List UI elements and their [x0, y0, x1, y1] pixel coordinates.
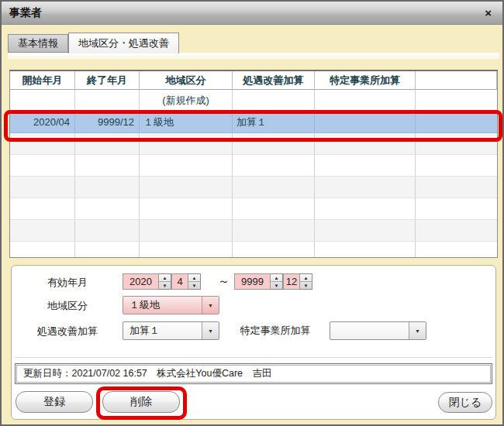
chevron-down-icon[interactable]: ▼: [409, 322, 426, 339]
cell-blank: [315, 177, 416, 198]
cell-blank: [416, 242, 497, 258]
tab-bar: 基本情報 地域区分・処遇改善: [8, 33, 179, 53]
table-row-empty[interactable]: [10, 155, 497, 177]
register-button[interactable]: 登録: [16, 391, 93, 413]
edit-panel: 有効年月 2020 ▲ ▼ 4 ▲ ▼ ～ 9999 ▲ ▼ 12 ▲ ▼: [11, 265, 496, 420]
cell-blank: [75, 133, 140, 155]
cell-treatment[interactable]: [233, 90, 315, 112]
end-month-input[interactable]: 12: [283, 273, 300, 290]
spinner-down-icon[interactable]: ▼: [271, 282, 282, 289]
column-header-specific-office[interactable]: 特定事業所加算: [315, 71, 416, 90]
business-operator-dialog: 事業者 × 基本情報 地域区分・処遇改善 開始年月 終了年月 地域区分 処遇改善…: [0, 0, 504, 426]
cell-region[interactable]: １級地: [140, 112, 233, 133]
end-year-input[interactable]: 9999: [234, 273, 271, 290]
cell-blank: [10, 155, 75, 177]
close-icon[interactable]: ×: [482, 6, 495, 19]
table-row-empty[interactable]: [10, 177, 497, 198]
cell-blank: [10, 220, 75, 242]
spinner-down-icon[interactable]: ▼: [300, 282, 312, 289]
cell-blank[interactable]: [416, 90, 497, 112]
cell-blank: [233, 155, 315, 177]
cell-blank: [233, 242, 315, 258]
delete-button[interactable]: 削除: [102, 391, 180, 413]
table-row-empty[interactable]: [10, 242, 497, 258]
cell-treatment[interactable]: 加算１: [233, 112, 315, 133]
cell-end[interactable]: [75, 90, 140, 112]
close-button[interactable]: 閉じる: [438, 392, 492, 413]
region-label: 地域区分: [19, 299, 116, 313]
start-year-input[interactable]: 2020: [123, 273, 159, 290]
end-year-stepper[interactable]: ▲ ▼: [271, 273, 283, 290]
tab-page-top-edge: [8, 53, 499, 60]
column-header-blank: [416, 71, 497, 90]
cell-blank: [10, 133, 75, 155]
cell-blank: [140, 198, 233, 220]
table-row-empty[interactable]: [10, 133, 497, 155]
chevron-down-icon[interactable]: ▼: [202, 322, 219, 339]
spinner-up-icon[interactable]: ▲: [300, 274, 312, 282]
title-bar[interactable]: 事業者 ×: [2, 2, 502, 25]
window-title: 事業者: [9, 6, 42, 20]
cell-blank: [10, 242, 75, 258]
cell-start[interactable]: [10, 90, 75, 112]
start-year-stepper[interactable]: ▲ ▼: [159, 273, 171, 290]
end-month-stepper[interactable]: ▲ ▼: [300, 273, 312, 290]
tab-basic-info[interactable]: 基本情報: [8, 34, 68, 53]
start-month-stepper[interactable]: ▲ ▼: [188, 273, 201, 290]
cell-specific[interactable]: [315, 90, 416, 112]
cell-blank: [315, 242, 416, 258]
cell-blank[interactable]: [416, 112, 497, 133]
column-header-region[interactable]: 地域区分: [140, 71, 233, 90]
range-separator: ～: [218, 274, 230, 289]
specific-office-select[interactable]: ▼: [330, 321, 426, 340]
start-month-input[interactable]: 4: [171, 273, 188, 290]
spinner-up-icon[interactable]: ▲: [271, 274, 282, 282]
cell-blank: [75, 198, 140, 220]
specific-office-select-value: [330, 322, 409, 339]
column-header-start-ym[interactable]: 開始年月: [10, 71, 75, 90]
cell-start[interactable]: 2020/04: [10, 112, 75, 133]
cell-region[interactable]: (新規作成): [140, 90, 233, 112]
cell-blank: [140, 133, 233, 155]
cell-blank: [10, 177, 75, 198]
tab-region-treatment[interactable]: 地域区分・処遇改善: [68, 33, 179, 53]
cell-specific[interactable]: [315, 112, 416, 133]
status-bar-inner: 更新日時：2021/07/02 16:57 株式会社You優Care 吉田: [16, 365, 491, 383]
table-row-empty[interactable]: [10, 198, 497, 220]
status-text: 更新日時：2021/07/02 16:57 株式会社You優Care 吉田: [17, 367, 272, 380]
cell-blank: [315, 133, 416, 155]
cell-blank: [10, 198, 75, 220]
cell-blank: [140, 242, 233, 258]
status-bar: 更新日時：2021/07/02 16:57 株式会社You優Care 吉田: [15, 363, 492, 384]
panel-divider: [15, 357, 492, 358]
region-select-value: １級地: [123, 297, 202, 314]
spinner-up-icon[interactable]: ▲: [159, 274, 171, 282]
cell-blank: [416, 220, 497, 242]
spinner-up-icon[interactable]: ▲: [188, 274, 200, 282]
cell-blank: [140, 220, 233, 242]
cell-blank: [75, 155, 140, 177]
cell-blank: [233, 198, 315, 220]
treatment-select[interactable]: 加算１ ▼: [123, 321, 219, 340]
cell-blank: [140, 177, 233, 198]
records-table: 開始年月 終了年月 地域区分 処遇改善加算 特定事業所加算 (新規作成) 202…: [9, 70, 498, 258]
cell-blank: [315, 198, 416, 220]
specific-office-label: 特定事業所加算: [233, 324, 317, 338]
cell-blank: [416, 177, 497, 198]
cell-blank: [75, 177, 140, 198]
spinner-down-icon[interactable]: ▼: [159, 282, 171, 289]
table-header-row: 開始年月 終了年月 地域区分 処遇改善加算 特定事業所加算: [10, 71, 497, 90]
cell-end[interactable]: 9999/12: [75, 112, 140, 133]
column-header-end-ym[interactable]: 終了年月: [75, 71, 140, 90]
table-row-new[interactable]: (新規作成): [10, 90, 497, 112]
cell-blank: [416, 198, 497, 220]
spinner-down-icon[interactable]: ▼: [188, 282, 200, 289]
table-row-empty[interactable]: [10, 220, 497, 242]
column-header-treatment[interactable]: 処遇改善加算: [233, 71, 315, 90]
treatment-select-value: 加算１: [123, 322, 202, 339]
chevron-down-icon[interactable]: ▼: [202, 297, 219, 314]
region-select[interactable]: １級地 ▼: [123, 296, 219, 314]
cell-blank: [416, 133, 497, 155]
table-row-selected[interactable]: 2020/04 9999/12 １級地 加算１: [10, 112, 497, 133]
cell-blank: [233, 220, 315, 242]
